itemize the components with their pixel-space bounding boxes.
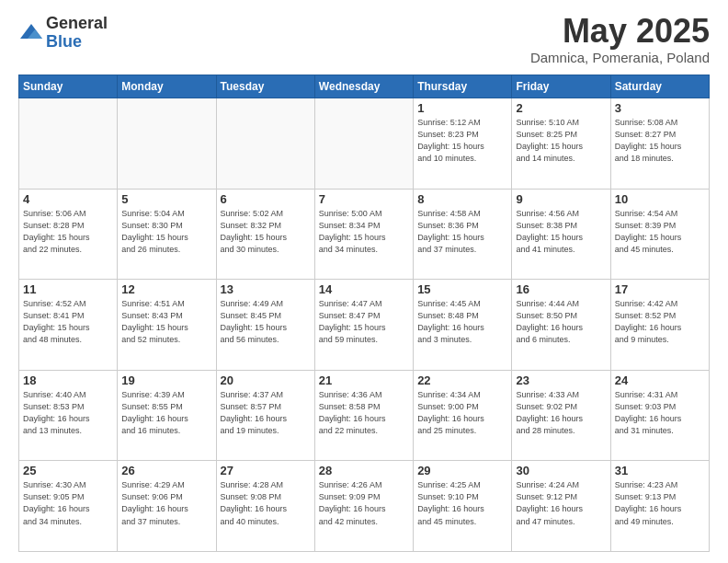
day-number: 13 bbox=[221, 282, 311, 296]
header: General Blue May 2025 Damnica, Pomerania… bbox=[18, 15, 710, 65]
week-row-0: 1Sunrise: 5:12 AM Sunset: 8:23 PM Daylig… bbox=[19, 98, 710, 190]
day-number: 4 bbox=[23, 192, 113, 206]
calendar-table: SundayMondayTuesdayWednesdayThursdayFrid… bbox=[18, 75, 710, 552]
day-number: 22 bbox=[417, 373, 507, 387]
weekday-header-row: SundayMondayTuesdayWednesdayThursdayFrid… bbox=[19, 75, 710, 98]
calendar-cell: 10Sunrise: 4:54 AM Sunset: 8:39 PM Dayli… bbox=[610, 189, 709, 280]
calendar-cell: 5Sunrise: 5:04 AM Sunset: 8:30 PM Daylig… bbox=[118, 189, 216, 280]
day-number: 12 bbox=[121, 282, 211, 296]
day-info: Sunrise: 4:44 AM Sunset: 8:50 PM Dayligh… bbox=[516, 298, 606, 346]
day-number: 14 bbox=[319, 282, 409, 296]
day-info: Sunrise: 4:51 AM Sunset: 8:43 PM Dayligh… bbox=[121, 298, 211, 346]
calendar-cell: 16Sunrise: 4:44 AM Sunset: 8:50 PM Dayli… bbox=[512, 280, 610, 371]
week-row-1: 4Sunrise: 5:06 AM Sunset: 8:28 PM Daylig… bbox=[19, 189, 710, 280]
day-info: Sunrise: 5:04 AM Sunset: 8:30 PM Dayligh… bbox=[121, 208, 211, 256]
day-info: Sunrise: 4:24 AM Sunset: 9:12 PM Dayligh… bbox=[516, 479, 606, 527]
location: Damnica, Pomerania, Poland bbox=[530, 50, 710, 65]
day-number: 11 bbox=[23, 282, 113, 296]
weekday-header-tuesday: Tuesday bbox=[216, 75, 314, 98]
day-info: Sunrise: 4:42 AM Sunset: 8:52 PM Dayligh… bbox=[615, 298, 705, 346]
week-row-2: 11Sunrise: 4:52 AM Sunset: 8:41 PM Dayli… bbox=[19, 280, 710, 371]
calendar-cell bbox=[118, 98, 216, 190]
day-number: 3 bbox=[615, 101, 705, 115]
day-info: Sunrise: 5:06 AM Sunset: 8:28 PM Dayligh… bbox=[23, 208, 113, 256]
logo-general: General bbox=[46, 15, 108, 33]
day-number: 29 bbox=[417, 464, 507, 477]
day-info: Sunrise: 4:30 AM Sunset: 9:05 PM Dayligh… bbox=[23, 479, 113, 527]
calendar-cell: 31Sunrise: 4:23 AM Sunset: 9:13 PM Dayli… bbox=[610, 461, 709, 552]
weekday-header-friday: Friday bbox=[512, 75, 610, 98]
day-info: Sunrise: 4:26 AM Sunset: 9:09 PM Dayligh… bbox=[319, 479, 409, 527]
day-number: 10 bbox=[615, 192, 705, 206]
calendar-cell: 15Sunrise: 4:45 AM Sunset: 8:48 PM Dayli… bbox=[414, 280, 512, 371]
week-row-4: 25Sunrise: 4:30 AM Sunset: 9:05 PM Dayli… bbox=[19, 461, 710, 552]
calendar-cell bbox=[19, 98, 118, 190]
day-info: Sunrise: 4:36 AM Sunset: 8:58 PM Dayligh… bbox=[319, 389, 409, 437]
calendar-cell: 21Sunrise: 4:36 AM Sunset: 8:58 PM Dayli… bbox=[314, 370, 413, 461]
calendar-cell: 20Sunrise: 4:37 AM Sunset: 8:57 PM Dayli… bbox=[216, 370, 314, 461]
day-info: Sunrise: 4:33 AM Sunset: 9:02 PM Dayligh… bbox=[516, 389, 606, 437]
day-number: 16 bbox=[516, 282, 606, 296]
calendar-cell bbox=[314, 98, 413, 190]
day-number: 23 bbox=[516, 373, 606, 387]
day-info: Sunrise: 5:08 AM Sunset: 8:27 PM Dayligh… bbox=[615, 117, 705, 165]
week-row-3: 18Sunrise: 4:40 AM Sunset: 8:53 PM Dayli… bbox=[19, 370, 710, 461]
calendar-cell: 29Sunrise: 4:25 AM Sunset: 9:10 PM Dayli… bbox=[414, 461, 512, 552]
weekday-header-saturday: Saturday bbox=[610, 75, 709, 98]
day-number: 25 bbox=[23, 464, 113, 477]
weekday-header-monday: Monday bbox=[118, 75, 216, 98]
day-number: 24 bbox=[615, 373, 705, 387]
calendar-cell: 24Sunrise: 4:31 AM Sunset: 9:03 PM Dayli… bbox=[610, 370, 709, 461]
calendar-cell: 23Sunrise: 4:33 AM Sunset: 9:02 PM Dayli… bbox=[512, 370, 610, 461]
day-number: 30 bbox=[516, 464, 606, 477]
day-number: 17 bbox=[615, 282, 705, 296]
day-number: 27 bbox=[221, 464, 311, 477]
month-title: May 2025 bbox=[530, 15, 710, 48]
calendar-cell: 11Sunrise: 4:52 AM Sunset: 8:41 PM Dayli… bbox=[19, 280, 118, 371]
day-number: 6 bbox=[221, 192, 311, 206]
day-number: 31 bbox=[615, 464, 705, 477]
logo-text: General Blue bbox=[46, 15, 108, 52]
day-info: Sunrise: 4:56 AM Sunset: 8:38 PM Dayligh… bbox=[516, 208, 606, 256]
day-number: 1 bbox=[417, 101, 507, 115]
day-info: Sunrise: 4:58 AM Sunset: 8:36 PM Dayligh… bbox=[417, 208, 507, 256]
day-number: 18 bbox=[23, 373, 113, 387]
day-number: 15 bbox=[417, 282, 507, 296]
day-info: Sunrise: 5:02 AM Sunset: 8:32 PM Dayligh… bbox=[221, 208, 311, 256]
day-info: Sunrise: 4:52 AM Sunset: 8:41 PM Dayligh… bbox=[23, 298, 113, 346]
calendar-cell: 9Sunrise: 4:56 AM Sunset: 8:38 PM Daylig… bbox=[512, 189, 610, 280]
day-number: 5 bbox=[121, 192, 211, 206]
day-info: Sunrise: 4:28 AM Sunset: 9:08 PM Dayligh… bbox=[221, 479, 311, 527]
weekday-header-sunday: Sunday bbox=[19, 75, 118, 98]
day-number: 19 bbox=[121, 373, 211, 387]
day-info: Sunrise: 4:37 AM Sunset: 8:57 PM Dayligh… bbox=[221, 389, 311, 437]
logo: General Blue bbox=[18, 15, 108, 52]
day-info: Sunrise: 5:12 AM Sunset: 8:23 PM Dayligh… bbox=[417, 117, 507, 165]
calendar-cell: 6Sunrise: 5:02 AM Sunset: 8:32 PM Daylig… bbox=[216, 189, 314, 280]
day-info: Sunrise: 4:29 AM Sunset: 9:06 PM Dayligh… bbox=[121, 479, 211, 527]
day-info: Sunrise: 4:34 AM Sunset: 9:00 PM Dayligh… bbox=[417, 389, 507, 437]
calendar-cell: 28Sunrise: 4:26 AM Sunset: 9:09 PM Dayli… bbox=[314, 461, 413, 552]
calendar-cell: 30Sunrise: 4:24 AM Sunset: 9:12 PM Dayli… bbox=[512, 461, 610, 552]
day-number: 8 bbox=[417, 192, 507, 206]
calendar-cell: 2Sunrise: 5:10 AM Sunset: 8:25 PM Daylig… bbox=[512, 98, 610, 190]
day-number: 21 bbox=[319, 373, 409, 387]
calendar-cell: 18Sunrise: 4:40 AM Sunset: 8:53 PM Dayli… bbox=[19, 370, 118, 461]
logo-blue: Blue bbox=[46, 33, 108, 52]
day-number: 7 bbox=[319, 192, 409, 206]
day-info: Sunrise: 5:10 AM Sunset: 8:25 PM Dayligh… bbox=[516, 117, 606, 165]
weekday-header-thursday: Thursday bbox=[414, 75, 512, 98]
day-number: 20 bbox=[221, 373, 311, 387]
day-info: Sunrise: 4:54 AM Sunset: 8:39 PM Dayligh… bbox=[615, 208, 705, 256]
calendar-cell: 17Sunrise: 4:42 AM Sunset: 8:52 PM Dayli… bbox=[610, 280, 709, 371]
day-info: Sunrise: 4:40 AM Sunset: 8:53 PM Dayligh… bbox=[23, 389, 113, 437]
calendar-cell: 3Sunrise: 5:08 AM Sunset: 8:27 PM Daylig… bbox=[610, 98, 709, 190]
calendar-cell: 26Sunrise: 4:29 AM Sunset: 9:06 PM Dayli… bbox=[118, 461, 216, 552]
calendar: SundayMondayTuesdayWednesdayThursdayFrid… bbox=[18, 75, 710, 552]
logo-icon bbox=[18, 20, 44, 46]
day-number: 2 bbox=[516, 101, 606, 115]
calendar-cell: 27Sunrise: 4:28 AM Sunset: 9:08 PM Dayli… bbox=[216, 461, 314, 552]
day-number: 9 bbox=[516, 192, 606, 206]
calendar-cell: 25Sunrise: 4:30 AM Sunset: 9:05 PM Dayli… bbox=[19, 461, 118, 552]
day-info: Sunrise: 4:23 AM Sunset: 9:13 PM Dayligh… bbox=[615, 479, 705, 527]
